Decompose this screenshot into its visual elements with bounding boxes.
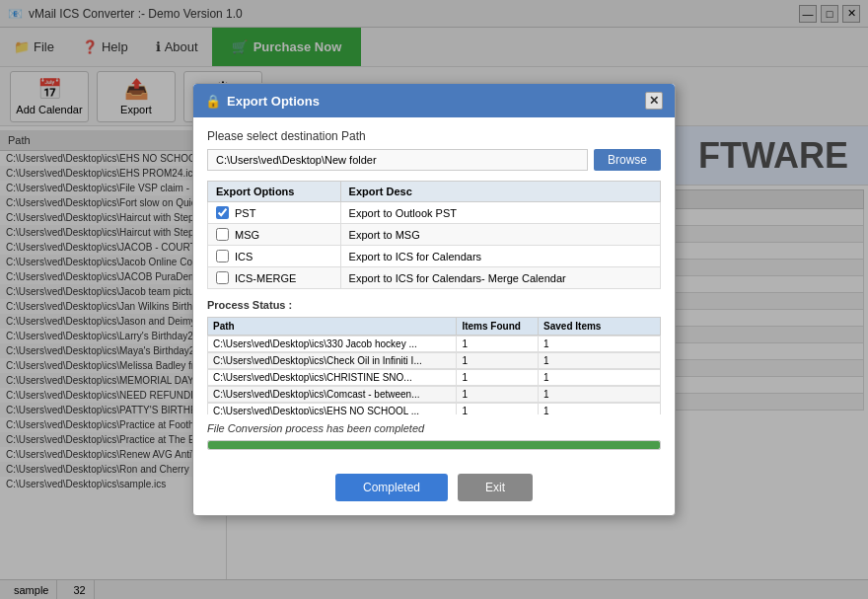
process-items: 1 (457, 404, 539, 415)
export-option-name: ICS-MERGE (235, 272, 296, 284)
process-row: C:\Users\ved\Desktop\ics\Check Oil in In… (207, 352, 661, 369)
process-col-items: Items Found (457, 318, 539, 336)
export-option-desc: Export to ICS for Calendars (340, 246, 660, 267)
export-option-checkbox[interactable] (216, 250, 229, 262)
export-option-checkbox[interactable] (216, 206, 229, 219)
process-row: C:\Users\ved\Desktop\ics\330 Jacob hocke… (207, 336, 661, 352)
export-option-row: MSG Export to MSG (208, 224, 661, 246)
export-options-table: Export Options Export Desc PST Export to… (207, 181, 661, 289)
destination-label: Please select destination Path (207, 129, 661, 143)
process-table: Path Items Found Saved Items C:\Users\ve… (207, 317, 661, 414)
export-option-checkbox[interactable] (216, 271, 229, 284)
export-option-checkbox[interactable] (216, 228, 229, 241)
export-option-row: ICS Export to ICS for Calendars (208, 246, 661, 267)
process-table-body: C:\Users\ved\Desktop\ics\330 Jacob hocke… (207, 336, 661, 414)
destination-path-input[interactable] (207, 149, 588, 171)
process-row: C:\Users\ved\Desktop\ics\Comcast - betwe… (207, 386, 661, 403)
export-option-name: ICS (235, 251, 253, 262)
export-options-modal: 🔒 Export Options ✕ Please select destina… (192, 83, 676, 516)
export-option-label: PST (208, 202, 341, 224)
modal-header-icon: 🔒 (205, 94, 221, 109)
process-items: 1 (457, 353, 539, 369)
modal-overlay: 🔒 Export Options ✕ Please select destina… (0, 0, 868, 599)
process-path: C:\Users\ved\Desktop\ics\Check Oil in In… (208, 353, 457, 369)
completion-message: File Conversion process has been complet… (207, 422, 661, 434)
export-options-col2: Export Desc (340, 182, 660, 202)
process-row: C:\Users\ved\Desktop\ics\CHRISTINE SNO..… (207, 369, 661, 386)
progress-bar (207, 440, 661, 450)
process-saved: 1 (539, 387, 661, 403)
modal-title: Export Options (227, 94, 320, 109)
process-saved: 1 (539, 353, 661, 369)
browse-button[interactable]: Browse (594, 149, 661, 171)
process-status-label: Process Status : (207, 299, 661, 311)
process-items: 1 (457, 387, 539, 403)
modal-close-button[interactable]: ✕ (645, 92, 663, 110)
export-option-desc: Export to Outlook PST (340, 202, 660, 224)
path-row: Browse (207, 149, 661, 171)
export-option-desc: Export to ICS for Calendars- Merge Calen… (340, 267, 660, 289)
export-option-name: MSG (235, 229, 259, 241)
process-path: C:\Users\ved\Desktop\ics\EHS NO SCHOOL .… (208, 404, 457, 415)
export-option-row: ICS-MERGE Export to ICS for Calendars- M… (208, 267, 661, 289)
modal-header: 🔒 Export Options ✕ (193, 84, 675, 117)
process-path: C:\Users\ved\Desktop\ics\Comcast - betwe… (208, 387, 457, 403)
export-option-label: MSG (208, 224, 341, 246)
modal-header-left: 🔒 Export Options (205, 94, 320, 109)
completed-button[interactable]: Completed (335, 474, 448, 501)
process-items: 1 (457, 337, 539, 352)
exit-button[interactable]: Exit (458, 474, 533, 501)
process-saved: 1 (539, 404, 661, 415)
process-saved: 1 (539, 370, 661, 386)
process-items: 1 (457, 370, 539, 386)
export-option-label: ICS (208, 246, 341, 267)
progress-bar-fill (208, 441, 660, 449)
export-options-col1: Export Options (208, 182, 341, 202)
process-col-saved: Saved Items (539, 318, 661, 336)
export-option-name: PST (235, 207, 255, 219)
process-saved: 1 (539, 337, 661, 352)
process-col-path: Path (208, 318, 457, 336)
export-options-body: PST Export to Outlook PST MSG Export to … (208, 202, 661, 289)
export-option-desc: Export to MSG (340, 224, 660, 246)
modal-body: Please select destination Path Browse Ex… (193, 117, 675, 474)
modal-footer: Completed Exit (193, 474, 675, 515)
export-option-label: ICS-MERGE (208, 267, 341, 289)
process-row: C:\Users\ved\Desktop\ics\EHS NO SCHOOL .… (207, 403, 661, 414)
process-path: C:\Users\ved\Desktop\ics\330 Jacob hocke… (208, 337, 457, 352)
process-path: C:\Users\ved\Desktop\ics\CHRISTINE SNO..… (208, 370, 457, 386)
export-option-row: PST Export to Outlook PST (208, 202, 661, 224)
